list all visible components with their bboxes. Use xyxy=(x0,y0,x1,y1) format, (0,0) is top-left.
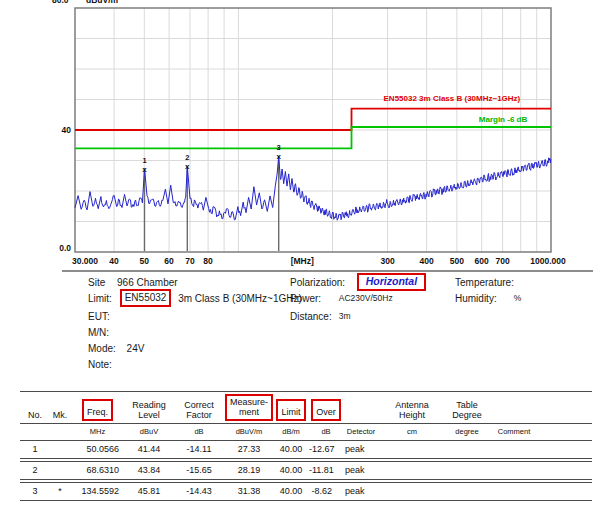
column-header: Over xyxy=(309,391,343,424)
mode-row: Mode: 24V xyxy=(88,342,144,355)
limit-highlight-box: EN55032 xyxy=(120,289,172,307)
table-cell: 68.6310 xyxy=(70,461,125,480)
spectrum-plot: 1x2x3xEN55032 3m Class B (30MHz~1GHz)Mar… xyxy=(0,0,600,272)
table-row: 150.056641.44-14.1127.3340.00-12.67peak xyxy=(20,440,592,459)
limit-standard: EN55032 xyxy=(125,292,167,303)
column-header xyxy=(343,391,379,424)
polarization-value: Horizontal xyxy=(366,275,417,287)
x-tick-label: 1000.000 xyxy=(530,256,566,266)
column-header: No. xyxy=(20,391,50,424)
mn-label: M/N: xyxy=(88,327,109,338)
column-unit: degree xyxy=(445,426,489,438)
x-tick-label: 30.000 xyxy=(72,256,98,266)
x-tick-label: 500 xyxy=(450,256,464,266)
power-row: Power: AC230V/50Hz xyxy=(290,292,393,306)
table-cell xyxy=(539,482,592,501)
eut-row: EUT: xyxy=(88,310,116,323)
table-cell: -14.11 xyxy=(173,440,225,459)
column-unit: dB xyxy=(309,426,343,438)
table-cell: -15.65 xyxy=(173,461,225,480)
temperature-label: Temperature: xyxy=(455,277,514,288)
polarization-row: Polarization: Horizontal xyxy=(290,276,426,289)
distance-row: Distance: 3m xyxy=(290,310,351,324)
x-tick-label: 70 xyxy=(185,256,195,266)
x-tick-label: 400 xyxy=(420,256,434,266)
table-cell xyxy=(489,440,539,459)
column-unit: MHz xyxy=(70,426,125,438)
limit-label: EN55032 3m Class B (30MHz~1GHz) xyxy=(384,94,521,103)
x-tick-label: 40 xyxy=(109,256,119,266)
table-cell xyxy=(379,440,445,459)
table-cell xyxy=(489,482,539,501)
limit-row: Limit: EN55032 3m Class B (30MHz~1GHz) xyxy=(88,292,302,305)
x-tick-label: 300 xyxy=(381,256,395,266)
site-row: Site 966 Chamber xyxy=(88,276,178,289)
mn-row: M/N: xyxy=(88,326,115,339)
humidity-value: % xyxy=(514,293,522,303)
table-cell: 27.33 xyxy=(225,440,273,459)
column-header: Correct Factor xyxy=(173,391,225,424)
column-header: Mk. xyxy=(50,391,70,424)
table-cell xyxy=(489,461,539,480)
power-label: Power: xyxy=(290,292,336,305)
limit-label: Limit: xyxy=(88,293,112,304)
column-unit xyxy=(539,426,592,438)
table-cell: 40.00 xyxy=(273,461,309,480)
table-cell: peak xyxy=(343,461,379,480)
column-unit: cm xyxy=(379,426,445,438)
column-header: Freq. xyxy=(70,391,125,424)
table-cell xyxy=(539,461,592,480)
polarization-label: Polarization: xyxy=(290,276,348,289)
table-cell: 134.5592 xyxy=(70,482,125,501)
table-cell: 41.44 xyxy=(125,440,173,459)
marker-x-icon: x xyxy=(276,152,281,161)
distance-value: 3m xyxy=(339,311,351,321)
table-cell: 40.00 xyxy=(273,440,309,459)
table-cell: 31.38 xyxy=(225,482,273,501)
polarization-highlight-box: Horizontal xyxy=(357,273,426,291)
table-row: 3*134.559245.81-14.4331.3840.00-8.62peak xyxy=(20,482,592,501)
note-label: Note: xyxy=(88,359,112,370)
x-tick-label: 60 xyxy=(164,256,174,266)
site-label: Site xyxy=(88,277,105,288)
column-unit: dB xyxy=(173,426,225,438)
column-unit: dBuV/m xyxy=(225,426,273,438)
mode-value: 24V xyxy=(127,343,145,354)
column-unit: Comment xyxy=(489,426,539,438)
y-tick-label: 40 xyxy=(62,125,72,135)
table-cell xyxy=(50,461,70,480)
marker-number: 2 xyxy=(185,153,189,162)
table-cell: -14.43 xyxy=(173,482,225,501)
highlight-box: Limit xyxy=(276,399,305,421)
column-unit xyxy=(20,426,50,438)
highlight-box: Over xyxy=(311,399,341,421)
marker-number: 3 xyxy=(277,143,281,152)
power-value: AC230V/50Hz xyxy=(339,293,393,303)
table-cell xyxy=(379,482,445,501)
table-cell: -11.81 xyxy=(309,461,343,480)
humidity-label: Humidity: xyxy=(455,292,511,305)
table-cell: * xyxy=(50,482,70,501)
x-tick-label: 80 xyxy=(203,256,213,266)
y-axis-unit: dBuV/m xyxy=(86,0,119,5)
x-tick-label: 700 xyxy=(496,256,510,266)
section-divider xyxy=(62,270,593,272)
table-cell: 2 xyxy=(20,461,50,480)
table-cell: 45.81 xyxy=(125,482,173,501)
marker-number: 1 xyxy=(142,156,146,165)
emc-test-report-page: 1x2x3xEN55032 3m Class B (30MHz~1GHz)Mar… xyxy=(0,0,600,505)
table-cell: -12.67 xyxy=(309,440,343,459)
eut-label: EUT: xyxy=(88,311,110,322)
table-cell xyxy=(445,482,489,501)
measurement-table: No.Mk.Freq.Reading LevelCorrect FactorMe… xyxy=(20,389,592,503)
y-axis-top-value: 80.0 xyxy=(52,0,69,5)
column-header xyxy=(489,391,539,424)
table-cell: peak xyxy=(343,440,379,459)
table-cell xyxy=(445,461,489,480)
column-header: Antenna Height xyxy=(379,391,445,424)
table-cell xyxy=(50,440,70,459)
table-cell: -8.62 xyxy=(309,482,343,501)
margin-label: Margin -6 dB xyxy=(479,115,528,124)
table-cell: 3 xyxy=(20,482,50,501)
table-cell: peak xyxy=(343,482,379,501)
